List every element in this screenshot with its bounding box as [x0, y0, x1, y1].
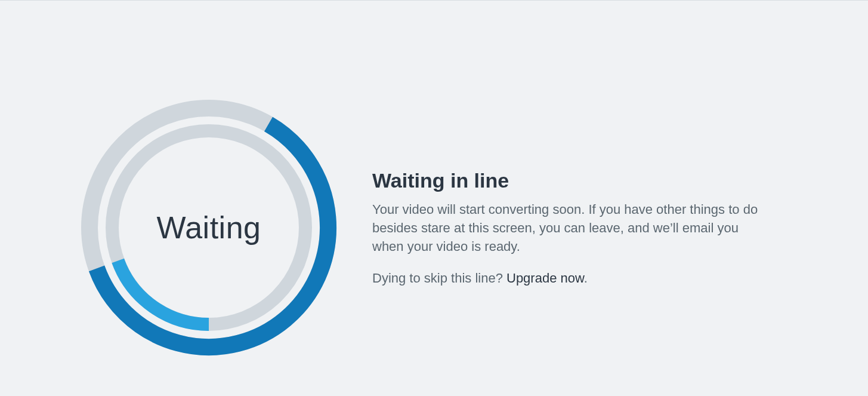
cta-suffix: . [584, 271, 588, 286]
description-text: Your video will start converting soon. I… [372, 201, 770, 256]
spinner-label: Waiting [78, 96, 340, 359]
upgrade-line: Dying to skip this line? Upgrade now. [372, 271, 770, 286]
upgrade-link[interactable]: Upgrade now [506, 271, 584, 286]
cta-prefix: Dying to skip this line? [372, 271, 506, 286]
page-title: Waiting in line [372, 169, 770, 192]
waiting-screen: Waiting Waiting in line Your video will … [0, 1, 868, 359]
progress-spinner: Waiting [78, 96, 340, 359]
message-column: Waiting in line Your video will start co… [340, 169, 770, 286]
